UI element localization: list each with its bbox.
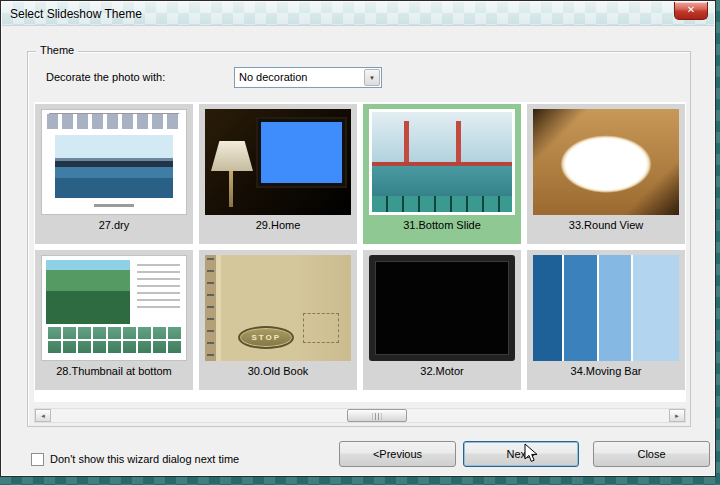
- theme-label: 34.Moving Bar: [571, 365, 642, 377]
- horizontal-scrollbar[interactable]: ◄ ►: [34, 408, 686, 423]
- bottom-slide-thumbnail[interactable]: [369, 109, 515, 215]
- moving-bar-thumbnail[interactable]: [533, 255, 679, 361]
- theme-label: 32.Motor: [420, 365, 463, 377]
- theme-item[interactable]: 34.Moving Bar: [527, 250, 685, 390]
- theme-label: 29.Home: [256, 219, 301, 231]
- close-button[interactable]: ✕: [674, 2, 708, 20]
- theme-group-label: Theme: [36, 44, 78, 56]
- theme-groupbox: Theme Decorate the photo with: No decora…: [27, 51, 691, 427]
- decoration-dropdown-value: No decoration: [239, 71, 308, 83]
- dropdown-arrow-button[interactable]: ▼: [364, 69, 380, 86]
- theme-item[interactable]: 29.Home: [199, 104, 357, 244]
- theme-label: 30.Old Book: [248, 365, 309, 377]
- theme-label: 28.Thumbnail at bottom: [56, 365, 172, 377]
- theme-label: 33.Round View: [569, 219, 643, 231]
- left-arrow-icon: ◄: [40, 413, 46, 419]
- select-slideshow-theme-dialog: Select Slideshow Theme ✕ Theme Decorate …: [0, 0, 716, 477]
- theme-label: 31.Bottom Slide: [403, 219, 481, 231]
- close-dialog-button[interactable]: Close: [593, 441, 710, 467]
- theme-item[interactable]: STOP30.Old Book: [199, 250, 357, 390]
- motor-thumbnail[interactable]: [369, 255, 515, 361]
- theme-item[interactable]: 32.Motor: [363, 250, 521, 390]
- desktop: { "window": { "title": "Select Slideshow…: [0, 0, 720, 485]
- theme-item[interactable]: 33.Round View: [527, 104, 685, 244]
- next-button[interactable]: Next>: [463, 441, 579, 467]
- chevron-down-icon: ▼: [369, 75, 375, 81]
- theme-item[interactable]: 31.Bottom Slide: [363, 104, 521, 244]
- theme-grid: 27.dry29.Home31.Bottom Slide33.Round Vie…: [34, 102, 686, 402]
- scroll-right-button[interactable]: ►: [669, 409, 685, 422]
- scrollbar-thumb[interactable]: [347, 409, 407, 422]
- previous-button[interactable]: <Previous: [339, 441, 456, 467]
- home-thumbnail[interactable]: [205, 109, 351, 215]
- old-book-thumbnail[interactable]: STOP: [205, 255, 351, 361]
- titlebar[interactable]: Select Slideshow Theme ✕: [2, 2, 714, 26]
- dont-show-checkbox[interactable]: [31, 453, 44, 466]
- theme-item[interactable]: 27.dry: [35, 104, 193, 244]
- decoration-dropdown[interactable]: No decoration ▼: [234, 67, 382, 88]
- theme-item[interactable]: 28.Thumbnail at bottom: [35, 250, 193, 390]
- window-title: Select Slideshow Theme: [10, 7, 142, 21]
- stop-badge: STOP: [238, 326, 294, 349]
- theme-label: 27.dry: [99, 219, 130, 231]
- round-view-thumbnail[interactable]: [533, 109, 679, 215]
- dont-show-checkbox-label: Don't show this wizard dialog next time: [50, 453, 239, 465]
- dry-thumbnail[interactable]: [41, 109, 187, 215]
- decorate-label: Decorate the photo with:: [46, 71, 165, 83]
- right-arrow-icon: ►: [674, 413, 680, 419]
- scroll-left-button[interactable]: ◄: [35, 409, 51, 422]
- thumb-bottom-thumbnail[interactable]: [41, 255, 187, 361]
- close-icon: ✕: [687, 4, 695, 15]
